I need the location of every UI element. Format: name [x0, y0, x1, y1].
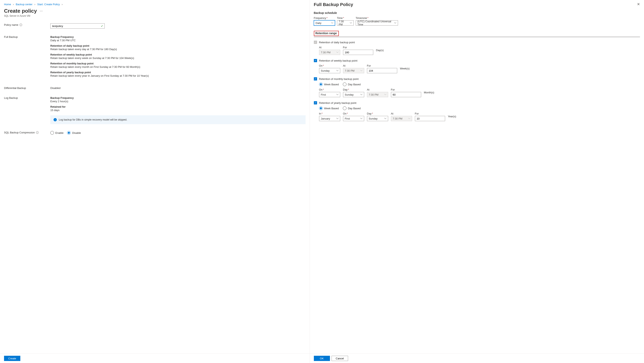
monthly-for-input-wrapper	[391, 92, 421, 97]
daily-at-label: At	[319, 46, 340, 49]
retention-range-highlight: Retention range	[314, 31, 339, 36]
time-dropdown[interactable]: 7:30 PM	[337, 20, 354, 25]
monthly-retention-text: Retain backup taken every month on First…	[50, 65, 306, 68]
monthly-suffix: Month(s)	[424, 91, 434, 94]
chevron-down-icon	[360, 70, 362, 71]
chevron-down-icon	[336, 94, 338, 95]
yearly-for-input-wrapper	[415, 116, 445, 121]
log-backup-frequency-title: Backup Frequency	[50, 96, 306, 99]
ok-button[interactable]: OK	[314, 356, 330, 361]
retention-range-divider	[314, 37, 640, 37]
yearly-on-label: On	[343, 112, 346, 115]
timezone-dropdown[interactable]: (UTC) Coordinated Universal Time	[356, 20, 398, 25]
chevron-down-icon	[394, 22, 396, 23]
monthly-week-based-radio[interactable]: Week Based	[319, 82, 339, 86]
yearly-retention-text: Retain backup taken every year in Januar…	[50, 74, 306, 77]
page-subtitle: SQL Server in Azure VM	[4, 14, 306, 17]
yearly-day-label: Day	[367, 112, 372, 115]
chevron-down-icon	[384, 118, 386, 119]
monthly-on-label: On	[319, 88, 322, 91]
chevron-down-icon	[384, 94, 386, 95]
log-backup-retained-text: 15 days	[50, 109, 306, 112]
daily-retention-text: Retain backup taken every day at 7:30 PM…	[50, 48, 306, 51]
full-backup-section-label: Full Backup	[4, 35, 18, 38]
info-icon[interactable]: i	[20, 23, 22, 26]
yearly-retention-title: Retention of yearly backup point	[50, 71, 306, 74]
weekly-retention-checkbox[interactable]: ✓	[314, 59, 317, 62]
yearly-for-label: For	[415, 112, 445, 115]
yearly-on-dropdown[interactable]: First	[343, 116, 364, 121]
yearly-in-dropdown[interactable]: January	[319, 116, 340, 121]
time-label: Time	[337, 16, 343, 19]
yearly-day-dropdown[interactable]: Sunday	[367, 116, 388, 121]
monthly-retention-label: Retention of monthly backup point	[319, 77, 359, 80]
weekly-at-dropdown: 7:30 PM	[343, 68, 364, 73]
retention-range-heading: Retention range	[316, 31, 337, 35]
weekly-suffix: Week(s)	[400, 67, 410, 70]
breadcrumb-start-create-policy[interactable]: Start: Create Policy	[37, 3, 60, 6]
yearly-retention-label: Retention of yearly backup point	[319, 101, 356, 104]
chevron-down-icon	[360, 118, 362, 119]
weekly-retention-label: Retention of weekly backup point	[319, 59, 358, 62]
breadcrumb: Home › Backup center › Start: Create Pol…	[4, 1, 306, 8]
weekly-retention-title: Retention of weekly backup point	[50, 53, 306, 56]
daily-retention-checkbox: ✓	[314, 41, 317, 44]
monthly-at-dropdown: 7:30 PM	[367, 92, 388, 97]
monthly-day-based-radio[interactable]: Day Based	[343, 82, 361, 86]
yearly-suffix: Year(s)	[448, 115, 456, 118]
breadcrumb-backup-center[interactable]: Backup center	[16, 3, 32, 6]
compression-disable-radio[interactable]: Disable	[67, 131, 81, 135]
monthly-day-label: Day	[343, 88, 348, 91]
daily-retention-title: Retention of daily backup point	[50, 44, 306, 47]
monthly-on-dropdown[interactable]: First	[319, 92, 340, 97]
yearly-at-label: At	[391, 112, 412, 115]
valid-check-icon: ✓	[101, 24, 103, 27]
page-title: Create policy	[4, 8, 37, 14]
monthly-for-input[interactable]	[393, 92, 419, 97]
info-icon[interactable]: i	[36, 131, 39, 134]
chevron-down-icon	[408, 118, 410, 119]
breadcrumb-home[interactable]: Home	[4, 3, 11, 6]
close-icon[interactable]: ✕	[637, 2, 640, 6]
cancel-button[interactable]: Cancel	[332, 356, 348, 361]
daily-suffix: Day(s)	[376, 49, 384, 52]
yearly-in-label: In	[319, 112, 321, 115]
compression-enable-radio[interactable]: Enable	[50, 131, 64, 135]
weekly-for-input-wrapper	[367, 68, 397, 73]
yearly-for-input[interactable]	[417, 116, 443, 121]
weekly-for-input[interactable]	[369, 68, 396, 73]
weekly-on-label: On	[319, 64, 322, 67]
chevron-right-icon: ›	[34, 3, 35, 6]
yearly-day-based-radio[interactable]: Day Based	[343, 106, 361, 110]
frequency-dropdown[interactable]: Daily	[314, 20, 335, 25]
monthly-at-label: At	[367, 88, 388, 91]
create-button[interactable]: Create	[4, 356, 20, 361]
differential-backup-section-label: Differential Backup	[4, 86, 26, 89]
log-backup-info-text: Log backup for DBs in simple recovery mo…	[59, 118, 127, 121]
yearly-week-based-radio[interactable]: Week Based	[319, 106, 339, 110]
monthly-day-dropdown[interactable]: Sunday	[343, 92, 364, 97]
log-backup-frequency-text: Every 2 hour(s)	[50, 100, 306, 103]
daily-at-dropdown: 7:30 PM	[319, 50, 340, 55]
daily-for-input[interactable]	[345, 50, 372, 55]
chevron-right-icon: ›	[62, 3, 62, 6]
more-actions-button[interactable]: ···	[39, 9, 44, 13]
weekly-for-label: For	[367, 64, 397, 67]
differential-backup-text: Disabled	[50, 86, 306, 89]
chevron-down-icon	[336, 70, 338, 71]
monthly-retention-checkbox[interactable]: ✓	[314, 77, 317, 80]
log-backup-retained-title: Retained for	[50, 105, 306, 108]
policy-name-label: Policy name	[4, 23, 18, 26]
chevron-down-icon	[350, 22, 352, 23]
weekly-retention-text: Retain backup taken every week on Sunday…	[50, 56, 306, 59]
policy-name-input-wrapper: ✓	[50, 23, 105, 28]
yearly-retention-checkbox[interactable]: ✓	[314, 101, 317, 104]
weekly-on-dropdown[interactable]: Sunday	[319, 68, 340, 73]
daily-for-label: For	[343, 46, 373, 49]
daily-for-input-wrapper	[343, 50, 373, 55]
full-backup-frequency-text: Daily at 7:30 PM UTC	[50, 39, 306, 42]
compression-section-label: SQL Backup Compression	[4, 131, 35, 134]
info-solid-icon: i	[54, 118, 57, 121]
policy-name-input[interactable]	[52, 23, 103, 28]
chevron-down-icon	[336, 118, 338, 119]
